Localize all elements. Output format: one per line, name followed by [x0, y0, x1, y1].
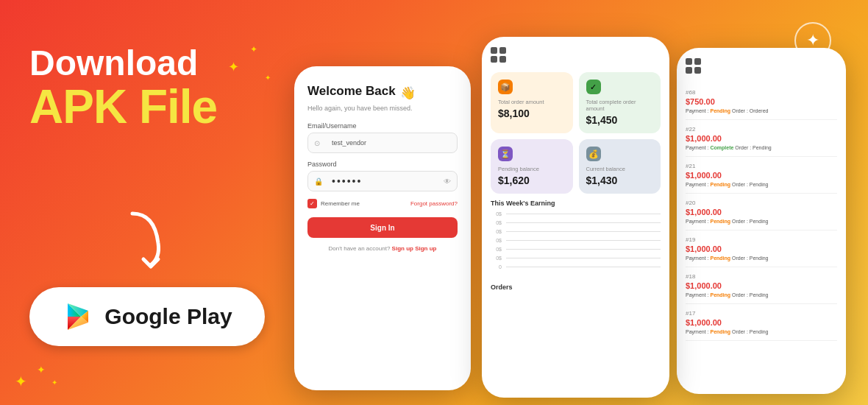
payment-status-20: Pending: [710, 219, 730, 224]
chart-line-5: 0$: [491, 247, 661, 252]
menu-icon[interactable]: [491, 47, 507, 63]
email-label: Email/Username: [307, 122, 458, 130]
stat-card-current: 💰 Current balance $1,430: [579, 139, 661, 194]
current-icon: 💰: [586, 147, 601, 161]
chart-bar-6: [506, 258, 661, 258]
sign-in-label: Sign In: [370, 224, 394, 232]
chart-bar-7: [506, 267, 661, 267]
chart-label-2: 0$: [491, 220, 502, 225]
order-status-label-18: Pending: [750, 292, 769, 297]
chart-line-7: 0: [491, 264, 661, 270]
chart-line-2: 0$: [491, 220, 661, 225]
order-status-19: Payment : Pending Order : Pending: [686, 256, 837, 261]
order-amount-18: $1,000.00: [686, 281, 837, 290]
signup-row: Don't have an account? Sign up Sign up: [307, 245, 458, 252]
sign-up-link-text[interactable]: Sign up: [415, 245, 436, 252]
order-amount-17: $1,000.00: [686, 318, 837, 327]
phone-dashboard: 📦 Total order amount $8,100 ✓ Total comp…: [482, 37, 669, 398]
order-id-17: #17: [686, 310, 837, 317]
pending-icon: ⏳: [498, 147, 513, 161]
orders-grid-dot-4: [694, 67, 701, 74]
welcome-title: Welcome Back: [307, 84, 396, 99]
apk-label: APK File: [29, 83, 287, 130]
orders-grid-dot-1: [686, 58, 692, 65]
email-input[interactable]: ⊙ test_vendor: [307, 133, 458, 153]
password-label: Password: [307, 161, 458, 168]
order-status-label-19: Pending: [750, 256, 769, 261]
grid-icon-row: [491, 47, 661, 63]
order-id-22: #22: [686, 126, 837, 133]
order-amount-22: $1,000.00: [686, 134, 837, 143]
no-account-text: Don't have an account?: [329, 245, 391, 252]
payment-status-19: Pending: [710, 256, 730, 261]
orders-menu-icon[interactable]: [686, 58, 702, 74]
earnings-section: This Week's Earning 0$ 0$ 0$: [491, 200, 661, 291]
orders-grid-dot-3: [686, 67, 692, 74]
complete-order-label: Total complete order amount: [586, 99, 654, 112]
grid-dot-3: [491, 56, 497, 63]
remember-label: Remember me: [321, 200, 360, 207]
earnings-title: This Week's Earning: [491, 200, 661, 207]
sign-up-link[interactable]: Sign up: [392, 245, 413, 252]
order-status-label-17: Pending: [750, 329, 769, 334]
grid-dot-2: [499, 47, 506, 54]
play-store-icon: [62, 300, 94, 333]
order-amount-20: $1,000.00: [686, 208, 837, 216]
email-input-wrapper: ⊙ test_vendor: [307, 133, 458, 153]
order-status-20: Payment : Pending Order : Pending: [686, 219, 837, 224]
order-item-22[interactable]: #22 $1,000.00 Payment : Complete Order :…: [686, 120, 837, 157]
payment-status-22: Complete: [710, 145, 733, 150]
chart-line-6: 0$: [491, 256, 661, 261]
forgot-password-link[interactable]: Forgot password?: [410, 200, 458, 207]
sign-in-button[interactable]: Sign In: [307, 217, 458, 238]
chart-bar-3: [506, 231, 661, 232]
order-status-21: Payment : Pending Order : Pending: [686, 182, 837, 187]
total-order-value: $8,100: [498, 108, 566, 119]
chart-bar-2: [506, 222, 661, 223]
password-input-wrapper: 🔒 •••••• 👁: [307, 171, 458, 191]
password-input[interactable]: 🔒 •••••• 👁: [307, 171, 458, 191]
remember-checkbox[interactable]: ✓: [307, 199, 317, 208]
total-order-icon: 📦: [498, 80, 513, 94]
stat-card-pending: ⏳ Pending balance $1,620: [491, 139, 573, 194]
order-status-label-21: Pending: [750, 182, 769, 187]
payment-status-17: Pending: [710, 329, 730, 334]
orders-grid-dot-2: [694, 58, 701, 65]
total-order-label: Total order amount: [498, 99, 566, 105]
current-label: Current balance: [586, 166, 654, 172]
stats-grid: 📦 Total order amount $8,100 ✓ Total comp…: [491, 72, 661, 194]
order-id-68: #68: [686, 89, 837, 96]
payment-status-21: Pending: [710, 182, 730, 187]
google-play-label: Google Play: [104, 304, 232, 329]
complete-order-icon: ✓: [586, 80, 601, 94]
dashboard-content: 📦 Total order amount $8,100 ✓ Total comp…: [482, 37, 669, 398]
order-amount-19: $1,000.00: [686, 244, 837, 253]
stat-card-total-order: 📦 Total order amount $8,100: [491, 72, 573, 133]
order-item-18[interactable]: #18 $1,000.00 Payment : Pending Order : …: [686, 267, 837, 304]
grid-dot-1: [491, 47, 497, 54]
check-mark: ✓: [310, 200, 315, 207]
google-play-button[interactable]: Google Play: [29, 287, 265, 346]
phones-container: Welcome Back 👋 Hello again, you have bee…: [265, 0, 868, 405]
current-value: $1,430: [586, 175, 654, 186]
grid-dot-4: [499, 56, 506, 63]
download-label: Download: [29, 44, 287, 83]
chart-line-3: 0$: [491, 229, 661, 234]
password-value: ••••••: [329, 175, 362, 187]
order-amount-21: $1,000.00: [686, 171, 837, 180]
eye-icon[interactable]: 👁: [444, 177, 451, 186]
order-item-20[interactable]: #20 $1,000.00 Payment : Pending Order : …: [686, 194, 837, 230]
star-icon: ✦: [806, 31, 819, 50]
order-item-17[interactable]: #17 $1,000.00 Payment : Pending Order : …: [686, 304, 837, 341]
top-right-decoration: ✦: [794, 22, 831, 59]
order-item-68[interactable]: #68 $750.00 Payment : Pending Order : Or…: [686, 83, 837, 120]
arrow-container: [118, 206, 177, 265]
earnings-chart: 0$ 0$ 0$ 0$: [491, 211, 661, 278]
order-id-19: #19: [686, 236, 837, 243]
chart-label-4: 0$: [491, 238, 502, 243]
order-item-21[interactable]: #21 $1,000.00 Payment : Pending Order : …: [686, 157, 837, 194]
stat-card-complete-order: ✓ Total complete order amount $1,450: [579, 72, 661, 133]
order-item-19[interactable]: #19 $1,000.00 Payment : Pending Order : …: [686, 230, 837, 267]
user-icon: ⊙: [314, 139, 320, 147]
arrow-icon: [118, 206, 177, 272]
